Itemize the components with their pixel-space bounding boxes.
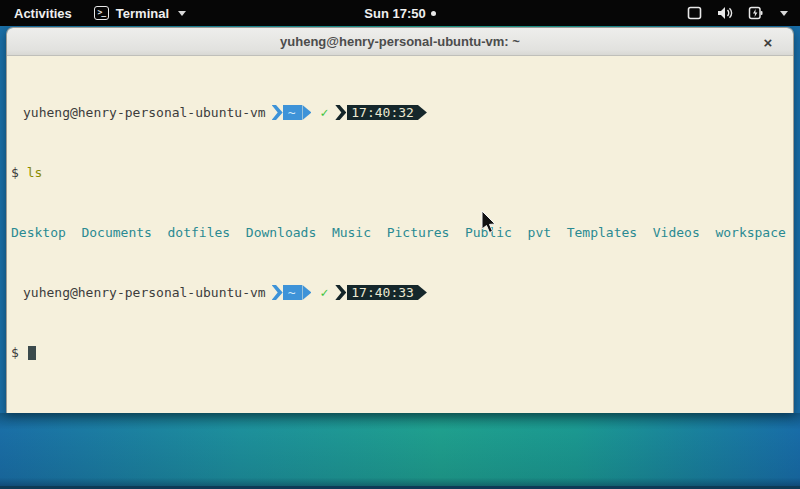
text-cursor	[28, 346, 36, 360]
powerline-arrow-icon	[302, 105, 311, 120]
system-tray[interactable]	[687, 6, 800, 20]
chevron-down-icon	[780, 11, 788, 16]
app-menu-terminal[interactable]: >_ Terminal	[94, 6, 186, 21]
close-button[interactable]: ×	[757, 28, 779, 56]
powerline-chevron-icon	[272, 285, 283, 300]
current-input-line: $	[11, 345, 793, 360]
typed-command: ls	[27, 165, 43, 180]
terminal-window: yuheng@henry-personal-ubuntu-vm: ~ × yuh…	[6, 27, 794, 413]
wallpaper-shade	[0, 413, 800, 489]
volume-icon	[717, 6, 733, 20]
powerline-arrow-icon	[418, 105, 427, 120]
prompt-line-2: yuheng@henry-personal-ubuntu-vm ~ ✓ 17:4…	[11, 285, 793, 300]
prompt-time: 17:40:32	[347, 105, 418, 120]
prompt-user: yuheng@henry-personal-ubuntu-vm	[23, 105, 266, 120]
powerline-arrow-icon	[302, 285, 311, 300]
window-title: yuheng@henry-personal-ubuntu-vm: ~	[280, 34, 520, 49]
directory-list: Desktop Documents dotfiles Downloads Mus…	[11, 225, 786, 240]
command-line: $ ls	[11, 165, 793, 180]
status-check-icon: ✓	[320, 285, 328, 300]
clock-label: Sun 17:50	[364, 6, 425, 21]
status-check-icon: ✓	[320, 105, 328, 120]
chevron-down-icon	[178, 11, 186, 16]
notification-dot-icon	[431, 11, 436, 16]
app-menu-label: Terminal	[116, 6, 169, 21]
prompt-symbol: $	[11, 345, 19, 360]
window-titlebar[interactable]: yuheng@henry-personal-ubuntu-vm: ~ ×	[7, 28, 793, 56]
prompt-cwd: ~	[283, 105, 303, 120]
powerline-chevron-icon	[335, 105, 346, 120]
prompt-symbol: $	[11, 165, 19, 180]
clock-button[interactable]: Sun 17:50	[364, 6, 435, 21]
terminal-app-icon: >_	[94, 6, 109, 20]
prompt-time: 17:40:33	[347, 285, 418, 300]
battery-charging-icon	[748, 6, 763, 20]
ls-output-line: Desktop Documents dotfiles Downloads Mus…	[11, 225, 793, 240]
powerline-arrow-icon	[418, 285, 427, 300]
prompt-user: yuheng@henry-personal-ubuntu-vm	[23, 285, 266, 300]
powerline-chevron-icon	[272, 105, 283, 120]
prompt-line-1: yuheng@henry-personal-ubuntu-vm ~ ✓ 17:4…	[11, 105, 793, 120]
screen-icon	[687, 6, 702, 20]
prompt-cwd: ~	[283, 285, 303, 300]
powerline-chevron-icon	[335, 285, 346, 300]
terminal-content[interactable]: yuheng@henry-personal-ubuntu-vm ~ ✓ 17:4…	[7, 56, 793, 413]
activities-button[interactable]: Activities	[10, 6, 76, 21]
top-bar: Activities >_ Terminal Sun 17:50	[0, 0, 800, 26]
